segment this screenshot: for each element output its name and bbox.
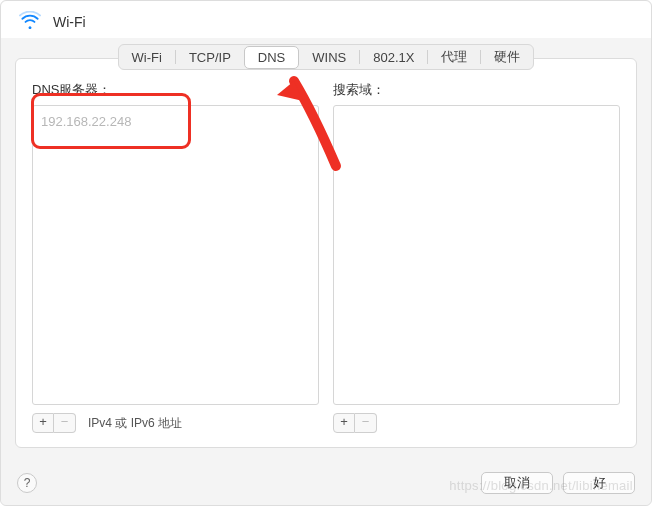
add-dns-button[interactable]: + <box>32 413 54 433</box>
add-search-domain-button[interactable]: + <box>333 413 355 433</box>
dns-servers-listbox[interactable]: 192.168.22.248 <box>32 105 319 405</box>
tab-tcpip[interactable]: TCP/IP <box>176 47 244 68</box>
window-header: Wi-Fi <box>1 1 651 38</box>
tab-group: Wi-Fi TCP/IP DNS WINS 802.1X 代理 硬件 <box>118 44 535 70</box>
dns-servers-footer: + − IPv4 或 IPv6 地址 <box>32 413 319 433</box>
content-panel: DNS服务器： 192.168.22.248 + − IPv4 或 IPv6 地… <box>15 58 637 448</box>
page-title: Wi-Fi <box>53 14 86 30</box>
tab-proxy[interactable]: 代理 <box>428 45 480 69</box>
tab-hardware[interactable]: 硬件 <box>481 45 533 69</box>
tab-dns[interactable]: DNS <box>244 46 299 69</box>
ok-button[interactable]: 好 <box>563 472 635 494</box>
columns: DNS服务器： 192.168.22.248 + − IPv4 或 IPv6 地… <box>32 81 620 433</box>
dns-servers-label: DNS服务器： <box>32 81 319 99</box>
cancel-button[interactable]: 取消 <box>481 472 553 494</box>
search-domains-label: 搜索域： <box>333 81 620 99</box>
remove-search-domain-button[interactable]: − <box>355 413 377 433</box>
wifi-icon <box>19 11 41 32</box>
tab-bar: Wi-Fi TCP/IP DNS WINS 802.1X 代理 硬件 <box>1 38 651 70</box>
list-item[interactable]: 192.168.22.248 <box>41 112 310 131</box>
bottom-bar: ? 取消 好 <box>1 461 651 505</box>
help-button[interactable]: ? <box>17 473 37 493</box>
tab-wins[interactable]: WINS <box>299 47 359 68</box>
dns-footer-note: IPv4 或 IPv6 地址 <box>88 415 182 432</box>
search-domains-listbox[interactable] <box>333 105 620 405</box>
search-domains-column: 搜索域： + − <box>333 81 620 433</box>
tab-wifi[interactable]: Wi-Fi <box>119 47 175 68</box>
search-domains-footer: + − <box>333 413 620 433</box>
tab-8021x[interactable]: 802.1X <box>360 47 427 68</box>
remove-dns-button[interactable]: − <box>54 413 76 433</box>
dns-servers-column: DNS服务器： 192.168.22.248 + − IPv4 或 IPv6 地… <box>32 81 319 433</box>
preferences-window: Wi-Fi Wi-Fi TCP/IP DNS WINS 802.1X 代理 硬件… <box>0 0 652 506</box>
